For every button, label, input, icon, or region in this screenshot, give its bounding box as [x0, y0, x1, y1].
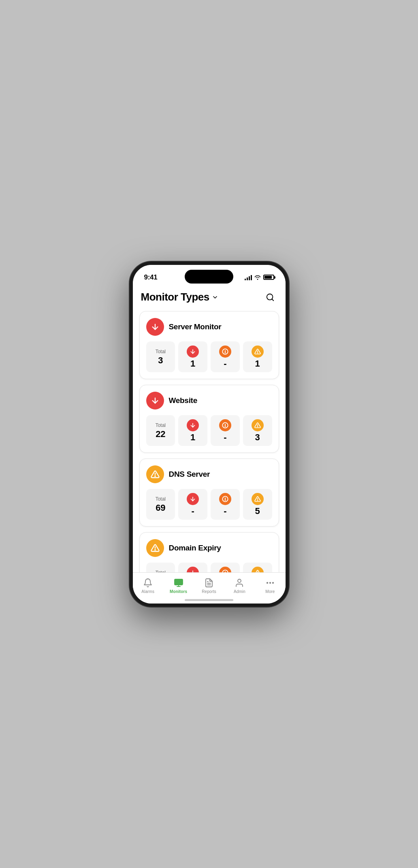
critical-icon-wrap — [219, 493, 231, 505]
page-header: Monitor Types — [133, 287, 286, 309]
domain-warning-cell: 1 — [243, 563, 272, 572]
chevron-down-icon — [212, 294, 218, 301]
server-stats-row: Total 3 1 — [146, 341, 272, 372]
card-header-website: Website — [146, 392, 272, 409]
dns-down-value: - — [191, 507, 194, 516]
svg-point-42 — [270, 582, 271, 583]
domain-monitor-icon — [146, 539, 164, 557]
svg-point-17 — [155, 476, 155, 476]
svg-point-13 — [225, 426, 225, 427]
domain-stats-row: Total 6 - — [146, 563, 272, 572]
svg-point-25 — [155, 549, 155, 550]
svg-line-1 — [272, 299, 273, 301]
tab-reports-label: Reports — [202, 589, 216, 594]
home-indicator — [185, 599, 233, 601]
website-down-cell: 1 — [178, 415, 207, 446]
server-monitor-title: Server Monitor — [169, 322, 222, 331]
website-stats-row: Total 22 1 — [146, 415, 272, 446]
search-button[interactable] — [263, 290, 277, 305]
website-monitor-title: Website — [169, 396, 197, 405]
battery-icon — [263, 275, 274, 280]
server-down-value: 1 — [190, 359, 195, 368]
tab-monitors-label: Monitors — [170, 589, 187, 594]
content-area: Server Monitor Total 3 — [133, 309, 286, 572]
dns-total-cell: Total 69 — [146, 489, 175, 520]
monitor-card-domain[interactable]: Domain Expiry Total 6 - — [139, 532, 279, 572]
status-time: 9:41 — [144, 273, 158, 282]
dynamic-island — [185, 270, 233, 284]
down-icon-wrap — [187, 567, 199, 572]
dns-monitor-icon — [146, 465, 164, 483]
tab-admin[interactable]: Admin — [224, 576, 255, 595]
tab-monitors[interactable]: Monitors — [163, 576, 194, 595]
warning-icon-wrap — [252, 493, 264, 505]
down-icon-wrap — [187, 345, 199, 358]
server-monitor-icon — [146, 318, 164, 336]
total-label: Total — [156, 422, 166, 428]
tab-alarms-label: Alarms — [141, 589, 154, 594]
svg-point-8 — [257, 352, 258, 353]
monitor-card-website[interactable]: Website Total 22 1 — [139, 385, 279, 453]
domain-critical-cell: - — [211, 563, 240, 572]
website-warning-cell: 3 — [243, 415, 272, 446]
tab-alarms[interactable]: Alarms — [133, 576, 163, 595]
svg-point-21 — [225, 500, 225, 500]
server-warning-cell: 1 — [243, 341, 272, 372]
tab-more-label: More — [265, 589, 275, 594]
tab-admin-label: Admin — [234, 589, 245, 594]
signal-icon — [245, 275, 252, 280]
website-monitor-icon — [146, 392, 164, 409]
svg-point-40 — [238, 579, 241, 582]
monitors-tab-icon — [173, 578, 184, 588]
warning-icon-wrap — [252, 567, 264, 572]
svg-point-41 — [267, 582, 268, 583]
wifi-icon — [254, 275, 261, 280]
server-critical-cell: - — [211, 341, 240, 372]
website-warning-value: 3 — [255, 433, 260, 442]
status-icons — [245, 275, 274, 280]
server-total-value: 3 — [158, 356, 163, 365]
dns-warning-cell: 5 — [243, 489, 272, 520]
monitor-card-dns[interactable]: DNS Server Total 69 - — [139, 459, 279, 527]
down-icon-wrap — [187, 419, 199, 431]
dns-down-cell: - — [178, 489, 207, 520]
website-critical-cell: - — [211, 415, 240, 446]
dns-monitor-title: DNS Server — [169, 470, 210, 479]
admin-tab-icon — [234, 578, 245, 588]
critical-icon-wrap — [219, 419, 231, 431]
server-critical-value: - — [224, 359, 226, 368]
alarms-tab-icon — [143, 578, 153, 588]
tab-more[interactable]: More — [255, 576, 285, 595]
tab-reports[interactable]: Reports — [194, 576, 224, 595]
svg-rect-35 — [175, 579, 183, 585]
down-icon-wrap — [187, 493, 199, 505]
search-icon — [266, 293, 275, 302]
page-title: Monitor Types — [141, 291, 209, 303]
warning-icon-wrap — [252, 345, 264, 358]
domain-total-cell: Total 6 — [146, 563, 175, 572]
warning-icon-wrap — [252, 419, 264, 431]
card-header-domain: Domain Expiry — [146, 539, 272, 557]
server-total-cell: Total 3 — [146, 341, 175, 372]
svg-point-43 — [273, 582, 273, 583]
reports-tab-icon — [204, 578, 214, 588]
website-total-cell: Total 22 — [146, 415, 175, 446]
svg-point-6 — [225, 352, 225, 353]
critical-icon-wrap — [219, 345, 231, 358]
critical-icon-wrap — [219, 567, 231, 572]
website-down-value: 1 — [190, 433, 195, 442]
server-down-cell: 1 — [178, 341, 207, 372]
svg-point-15 — [257, 426, 258, 427]
domain-monitor-title: Domain Expiry — [169, 544, 221, 552]
dns-critical-cell: - — [211, 489, 240, 520]
dns-stats-row: Total 69 - — [146, 489, 272, 520]
monitor-card-server[interactable]: Server Monitor Total 3 — [139, 311, 279, 379]
more-tab-icon — [265, 578, 275, 588]
title-row[interactable]: Monitor Types — [141, 291, 218, 303]
website-critical-value: - — [224, 433, 226, 442]
phone-screen: 9:41 Monitor Types — [133, 265, 286, 604]
card-header-dns: DNS Server — [146, 465, 272, 483]
svg-point-23 — [257, 500, 258, 500]
server-warning-value: 1 — [255, 359, 260, 368]
card-header-server: Server Monitor — [146, 318, 272, 336]
